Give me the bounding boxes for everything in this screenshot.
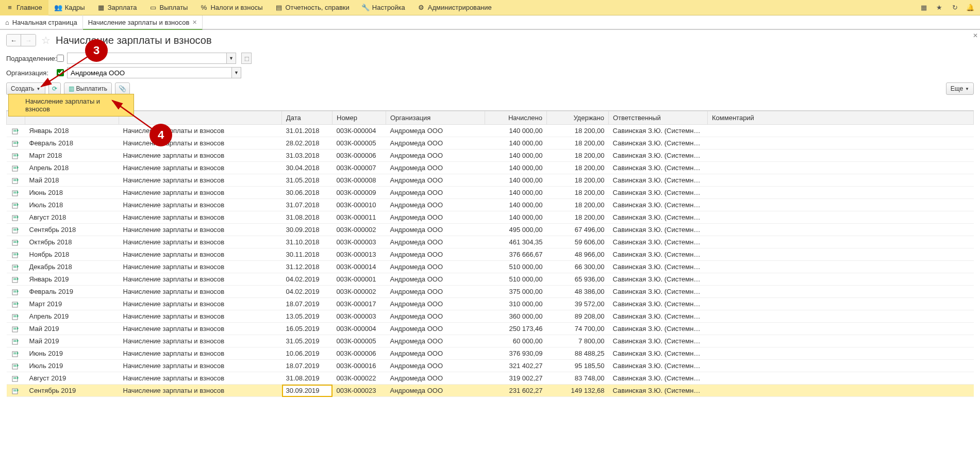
- pay-button[interactable]: ▥ Выплатить: [64, 82, 112, 95]
- wrench-icon: 🔧: [362, 4, 369, 11]
- menu-payments[interactable]: ▭Выплаты: [143, 0, 194, 15]
- svg-rect-40: [13, 291, 16, 291]
- cell-withheld: 18 200,00: [547, 150, 609, 162]
- attach-button[interactable]: 📎: [115, 82, 130, 95]
- table-row[interactable]: Декабрь 2018Начисление зарплаты и взносо…: [7, 261, 974, 273]
- tab-home[interactable]: ⌂ Начальная страница: [0, 15, 83, 29]
- svg-rect-2: [13, 131, 16, 131]
- th-number[interactable]: Номер: [333, 111, 386, 125]
- menu-salary[interactable]: ▦Зарплата: [91, 0, 143, 15]
- cell-date: 30.09.2019: [282, 385, 333, 397]
- menu-settings[interactable]: 🔧Настройка: [356, 0, 411, 15]
- cell-type: Начисление зарплаты и взносов: [119, 187, 282, 199]
- cell-month: Май 2019: [25, 335, 119, 347]
- th-date[interactable]: Дата: [282, 111, 333, 125]
- th-comment[interactable]: Комментарий: [708, 111, 974, 125]
- table-row[interactable]: Ноябрь 2018Начисление зарплаты и взносов…: [7, 248, 974, 261]
- th-resp[interactable]: Ответственный: [609, 111, 708, 125]
- history-icon[interactable]: ↻: [949, 2, 960, 13]
- table-row[interactable]: Июль 2018Начисление зарплаты и взносов31…: [7, 199, 974, 211]
- bell-icon[interactable]: 🔔: [965, 2, 976, 13]
- dropdown-item-payroll[interactable]: Начисление зарплаты и взносов: [10, 95, 132, 115]
- table-header-row: Дата Номер Организация Начислено Удержан…: [7, 111, 974, 125]
- chevron-down-icon[interactable]: ▼: [232, 67, 241, 78]
- refresh-button[interactable]: ⟳: [48, 82, 61, 95]
- th-type[interactable]: [119, 111, 282, 125]
- th-accrued[interactable]: Начислено: [485, 111, 547, 125]
- table-row[interactable]: Сентябрь 2019Начисление зарплаты и взнос…: [7, 385, 974, 397]
- svg-rect-43: [13, 303, 16, 304]
- table-row[interactable]: Январь 2019Начисление зарплаты и взносов…: [7, 273, 974, 286]
- table-row[interactable]: Апрель 2018Начисление зарплаты и взносов…: [7, 162, 974, 174]
- table-row[interactable]: Апрель 2019Начисление зарплаты и взносов…: [7, 310, 974, 323]
- th-org[interactable]: Организация: [386, 111, 485, 125]
- forward-button[interactable]: →: [21, 35, 36, 46]
- more-button[interactable]: Еще ▼: [946, 82, 974, 95]
- top-menu-right: ▦ ★ ↻ 🔔: [918, 2, 980, 13]
- menu-hr[interactable]: 👥Кадры: [48, 0, 91, 15]
- filter-department-checkbox[interactable]: [57, 55, 64, 62]
- cell-resp: Савинская З.Ю. (Системный прогр...: [609, 323, 708, 335]
- close-icon[interactable]: ✕: [192, 19, 197, 26]
- table-row[interactable]: Июнь 2018Начисление зарплаты и взносов30…: [7, 187, 974, 199]
- cell-resp: Савинская З.Ю. (Системный прогр...: [609, 248, 708, 261]
- cell-icon: [7, 162, 25, 174]
- menu-admin[interactable]: ⚙Администрирование: [411, 0, 498, 15]
- table-row[interactable]: Март 2018Начисление зарплаты и взносов31…: [7, 150, 974, 162]
- svg-rect-61: [13, 377, 16, 378]
- cell-comment: [708, 273, 974, 286]
- cell-date: 30.09.2018: [282, 224, 333, 236]
- table-row[interactable]: Июнь 2019Начисление зарплаты и взносов10…: [7, 347, 974, 360]
- table-row[interactable]: Август 2018Начисление зарплаты и взносов…: [7, 211, 974, 224]
- cell-icon: [7, 273, 25, 286]
- document-icon: [12, 376, 19, 382]
- cell-date: 31.03.2018: [282, 150, 333, 162]
- table-row[interactable]: Июль 2019Начисление зарплаты и взносов18…: [7, 360, 974, 372]
- table-row[interactable]: Май 2018Начисление зарплаты и взносов31.…: [7, 174, 974, 187]
- table-row[interactable]: Май 2019Начисление зарплаты и взносов31.…: [7, 335, 974, 347]
- star-icon[interactable]: ★: [934, 2, 945, 13]
- menu-main[interactable]: ≡Главное: [0, 0, 48, 15]
- table-row[interactable]: Май 2019Начисление зарплаты и взносов16.…: [7, 323, 974, 335]
- open-dialog-button[interactable]: ⬚: [241, 53, 252, 64]
- create-button[interactable]: Создать ▼: [6, 82, 45, 95]
- table-row[interactable]: Октябрь 2018Начисление зарплаты и взносо…: [7, 236, 974, 248]
- svg-rect-26: [13, 230, 16, 230]
- chevron-down-icon[interactable]: ▼: [227, 53, 236, 64]
- apps-icon[interactable]: ▦: [918, 2, 929, 13]
- cell-month: Март 2019: [25, 298, 119, 310]
- svg-rect-44: [13, 304, 16, 305]
- cell-icon: [7, 187, 25, 199]
- cell-type: Начисление зарплаты и взносов: [119, 236, 282, 248]
- back-button[interactable]: ←: [7, 35, 21, 46]
- cell-month: Август 2018: [25, 211, 119, 224]
- menu-taxes[interactable]: %Налоги и взносы: [194, 0, 269, 15]
- document-icon: [12, 252, 19, 258]
- cell-resp: Савинская З.Ю. (Системный прогр...: [609, 286, 708, 298]
- th-withheld[interactable]: Удержано: [547, 111, 609, 125]
- table-row[interactable]: Сентябрь 2018Начисление зарплаты и взнос…: [7, 224, 974, 236]
- cell-comment: [708, 174, 974, 187]
- page-close-button[interactable]: ✕: [971, 30, 980, 41]
- menu-reports[interactable]: ▤Отчетность, справки: [269, 0, 356, 15]
- calendar-icon: ▦: [97, 4, 105, 11]
- cell-date: 31.08.2018: [282, 211, 333, 224]
- filter-org-input[interactable]: [67, 67, 232, 78]
- table-row[interactable]: Март 2019Начисление зарплаты и взносов18…: [7, 298, 974, 310]
- cell-type: Начисление зарплаты и взносов: [119, 335, 282, 347]
- svg-rect-22: [13, 217, 16, 217]
- menu-salary-label: Зарплата: [108, 4, 137, 11]
- table-row[interactable]: Август 2019Начисление зарплаты и взносов…: [7, 372, 974, 385]
- cell-resp: Савинская З.Ю. (Системный прогр...: [609, 199, 708, 211]
- cell-resp: Савинская З.Ю. (Системный прогр...: [609, 174, 708, 187]
- menu-admin-label: Администрирование: [428, 4, 492, 11]
- cell-month: Июнь 2019: [25, 347, 119, 360]
- cell-number: 003К-000022: [333, 372, 386, 385]
- cell-comment: [708, 248, 974, 261]
- cell-number: 003К-000008: [333, 174, 386, 187]
- tab-payroll[interactable]: Начисление зарплаты и взносов ✕: [83, 15, 203, 30]
- cell-number: 003К-000001: [333, 273, 386, 286]
- table-row[interactable]: Февраль 2019Начисление зарплаты и взносо…: [7, 286, 974, 298]
- filter-org-checkbox[interactable]: [57, 69, 64, 76]
- favorite-button[interactable]: ☆: [41, 34, 51, 46]
